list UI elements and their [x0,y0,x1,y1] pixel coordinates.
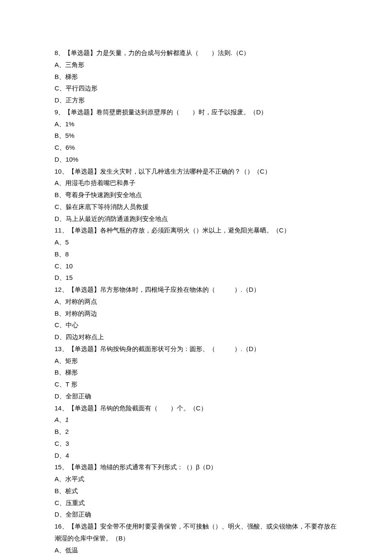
q15-option-c: C、压重式 [55,497,341,509]
document-page: 8、【单选题】力是矢量，力的合成与分解都遵从（ ）法则.（C） A、三角形 B、… [0,0,392,555]
q9-option-a: A、1% [55,118,341,130]
q11-option-b: B、8 [55,248,341,260]
q12-option-d: D、四边对称点上 [55,331,341,343]
q14-option-c: C、3 [55,438,341,450]
question-10: 10、【单选题】发生火灾时，以下几种逃生方法哪种是不正确的？（）（C） [55,166,341,177]
q13-option-c: C、T 形 [55,378,341,390]
question-14: 14、【单选题】吊钩的危险截面有（ ）个。（C） [55,402,341,414]
question-16: 16、【单选题】安全带不使用时要妥善保管，不可接触（）、明火、强酸、或尖锐物体，… [55,520,341,544]
q11-option-a: A、5 [55,236,341,248]
question-12: 12、【单选题】吊方形物体时，四根绳子应拴在物体的（ ）.（D） [55,284,341,296]
q8-option-d: D、正方形 [55,94,341,106]
question-13: 13、【单选题】吊钩按钩身的截面形状可分为：圆形、（ ）.（D） [55,343,341,355]
q11-option-c: C、10 [55,260,341,272]
q13-option-b: B、梯形 [55,366,341,378]
question-15: 15、【单选题】地锚的形式通常有下列形式：（）β（D） [55,461,341,473]
q13-option-d: D、全部正确 [55,390,341,402]
q8-option-a: A、三角形 [55,59,341,71]
q12-option-a: A、对称的两点 [55,296,341,308]
q12-option-b: B、对称的两边 [55,308,341,320]
q10-option-d: D、马上从最近的消防通道跑到安全地点 [55,213,341,225]
q10-option-b: B、弯着身子快速跑到安全地点 [55,189,341,201]
q10-option-a: A、用湿毛巾捂着嘴巴和鼻子 [55,177,341,189]
q15-option-b: B、桩式 [55,485,341,497]
q12-option-c: C、中心 [55,319,341,331]
q15-option-d: D、全部正确 [55,509,341,520]
q13-option-a: A、矩形 [55,355,341,367]
q8-option-b: B、梯形 [55,71,341,83]
q11-option-d: D、15 [55,272,341,284]
q15-option-a: A、水平式 [55,473,341,485]
q16-option-a: A、低温 [55,544,341,555]
question-8: 8、【单选题】力是矢量，力的合成与分解都遵从（ ）法则.（C） [55,47,341,59]
q9-option-b: B、5% [55,130,341,142]
q14-option-a: A、1 [55,414,341,426]
q9-option-d: D、10% [55,154,341,166]
q9-option-c: C、6% [55,142,341,154]
q14-option-b: B、2 [55,426,341,438]
q14-option-d: D、4 [55,450,341,462]
question-9: 9、【单选题】卷筒壁磨损量达到原壁厚的（ ）时，应予以报废。（D） [55,106,341,118]
question-11: 11、【单选题】各种气瓶的存放，必须距离明火（）米以上，避免阳光暴晒。（C） [55,224,341,236]
q10-option-c: C、躲在床底下等待消防人员救援 [55,201,341,213]
q8-option-c: C、平行四边形 [55,82,341,94]
